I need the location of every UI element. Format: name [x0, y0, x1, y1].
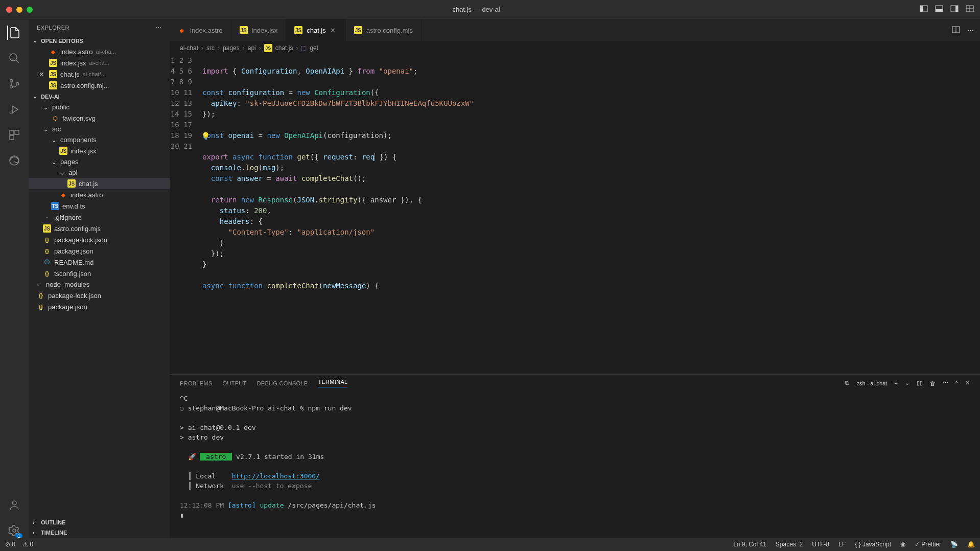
file-pkg2[interactable]: {}package.json: [29, 301, 170, 312]
close-icon[interactable]: ✕: [39, 71, 46, 78]
account-icon[interactable]: [7, 498, 21, 512]
folder-components[interactable]: ⌄components: [29, 134, 170, 145]
folder-pages[interactable]: ⌄pages: [29, 156, 170, 167]
folder-public[interactable]: ⌄public: [29, 102, 170, 112]
file-pkg[interactable]: {}package.json: [29, 245, 170, 257]
extensions-icon[interactable]: [7, 128, 21, 142]
new-terminal-icon[interactable]: +: [894, 380, 897, 386]
tab-debug-console[interactable]: DEBUG CONSOLE: [257, 380, 308, 386]
status-warnings[interactable]: ⚠ 0: [22, 541, 33, 548]
svg-point-13: [16, 83, 19, 85]
status-encoding[interactable]: UTF-8: [812, 541, 829, 548]
svg-rect-3: [936, 9, 943, 12]
lightbulb-icon[interactable]: 💡: [201, 131, 210, 142]
open-editor-item[interactable]: ✕JSchat.jsai-chat/...: [29, 68, 170, 80]
maximize-window[interactable]: [27, 7, 33, 13]
layout-icon[interactable]: [966, 5, 974, 14]
code-editor[interactable]: 1 2 3 4 5 6 7 8 9 10 11 12 13 14 15 16 1…: [170, 55, 980, 374]
file-favicon[interactable]: ⬡favicon.svg: [29, 112, 170, 124]
edge-icon[interactable]: [7, 153, 21, 168]
more-terminal-icon[interactable]: ⋯: [943, 380, 948, 386]
explorer-icon[interactable]: [7, 26, 21, 40]
file-indexjsx[interactable]: JSindex.jsx: [29, 145, 170, 156]
maximize-panel-icon[interactable]: ^: [955, 380, 958, 386]
line-numbers: 1 2 3 4 5 6 7 8 9 10 11 12 13 14 15 16 1…: [170, 55, 202, 374]
window-controls: [6, 7, 33, 13]
tab-index-astro[interactable]: ◆index.astro: [170, 19, 231, 41]
tabs: ◆index.astro JSindex.jsx JSchat.js✕ JSas…: [170, 19, 980, 41]
terminal-shell-icon[interactable]: ⧉: [845, 380, 849, 386]
tab-terminal[interactable]: TERMINAL: [318, 379, 347, 387]
close-tab-icon[interactable]: ✕: [330, 27, 337, 34]
file-gitignore[interactable]: ◦.gitignore: [29, 212, 170, 223]
svg-line-10: [16, 60, 19, 63]
more-actions-icon[interactable]: ⋯: [967, 27, 974, 34]
split-editor-icon[interactable]: [952, 26, 960, 35]
status-bell-icon[interactable]: 🔔: [967, 541, 975, 548]
outline-section[interactable]: ›OUTLINE: [29, 517, 170, 527]
tab-output[interactable]: OUTPUT: [223, 380, 247, 386]
split-terminal-icon[interactable]: ▯▯: [917, 380, 923, 386]
folder-api[interactable]: ⌄api: [29, 167, 170, 178]
file-pkglock[interactable]: {}package-lock.json: [29, 234, 170, 245]
tab-astro-config[interactable]: JSastro.config.mjs: [346, 19, 422, 41]
svg-rect-1: [920, 6, 923, 12]
svg-rect-16: [15, 130, 19, 134]
file-astroconfig[interactable]: JSastro.config.mjs: [29, 223, 170, 234]
open-editor-item[interactable]: ◆index.astroai-cha...: [29, 46, 170, 57]
terminal-dropdown-icon[interactable]: ⌄: [905, 380, 909, 386]
status-prettier[interactable]: ✓ Prettier: [915, 541, 941, 548]
status-cursor-pos[interactable]: Ln 9, Col 41: [733, 541, 766, 548]
status-language[interactable]: { } JavaScript: [855, 541, 891, 548]
status-copilot-icon[interactable]: ◉: [900, 541, 905, 548]
terminal-output[interactable]: ^C ○ stephan@MacBook-Pro ai-chat % npm r…: [170, 392, 980, 538]
open-editor-item[interactable]: JSastro.config.mj...: [29, 80, 170, 91]
folder-src[interactable]: ⌄src: [29, 124, 170, 134]
statusbar: ⊘ 0 ⚠ 0 Ln 9, Col 41 Spaces: 2 UTF-8 LF …: [0, 538, 980, 551]
terminal-shell-label: zsh - ai-chat: [856, 380, 887, 386]
breadcrumb[interactable]: ai-chat › src › pages › api › JSchat.js …: [170, 41, 980, 55]
explorer-title: EXPLORER: [37, 25, 69, 31]
more-icon[interactable]: ⋯: [156, 25, 162, 31]
svg-point-19: [12, 501, 16, 505]
status-spaces[interactable]: Spaces: 2: [776, 541, 803, 548]
debug-icon[interactable]: [7, 102, 21, 117]
tab-problems[interactable]: PROBLEMS: [180, 380, 213, 386]
folder-nodemodules[interactable]: ›node_modules: [29, 279, 170, 290]
status-feedback-icon[interactable]: 📡: [950, 541, 958, 548]
window-title: chat.js — dev-ai: [33, 6, 920, 13]
svg-point-20: [13, 529, 16, 532]
file-chatjs[interactable]: JSchat.js: [29, 178, 170, 189]
tab-index-jsx[interactable]: JSindex.jsx: [231, 19, 287, 41]
minimize-window[interactable]: [16, 7, 22, 13]
activity-bar: [0, 19, 29, 538]
kill-terminal-icon[interactable]: 🗑: [930, 380, 936, 386]
source-control-icon[interactable]: [7, 77, 21, 91]
panel-bottom-icon[interactable]: [935, 5, 943, 14]
settings-icon[interactable]: [7, 523, 21, 538]
svg-point-9: [10, 54, 17, 61]
status-eol[interactable]: LF: [838, 541, 846, 548]
timeline-section[interactable]: ›TIMELINE: [29, 527, 170, 538]
project-section[interactable]: ⌄DEV-AI: [29, 91, 170, 102]
svg-rect-17: [10, 135, 14, 140]
tab-chat-js[interactable]: JSchat.js✕: [286, 19, 346, 41]
file-pkglock2[interactable]: {}package-lock.json: [29, 290, 170, 301]
search-icon[interactable]: [7, 51, 21, 65]
panel-toggle-icon[interactable]: [920, 5, 928, 14]
file-envdts[interactable]: TSenv.d.ts: [29, 200, 170, 212]
open-editor-item[interactable]: JSindex.jsxai-cha...: [29, 57, 170, 68]
file-readme[interactable]: ⓘREADME.md: [29, 257, 170, 268]
bottom-panel: PROBLEMS OUTPUT DEBUG CONSOLE TERMINAL ⧉…: [170, 374, 980, 538]
svg-rect-5: [955, 6, 958, 12]
file-indexastro[interactable]: ◆index.astro: [29, 189, 170, 200]
svg-rect-15: [10, 130, 14, 134]
panel-right-icon[interactable]: [950, 5, 959, 14]
svg-point-11: [10, 80, 13, 82]
open-editors-section[interactable]: ⌄OPEN EDITORS: [29, 35, 170, 46]
close-window[interactable]: [6, 7, 12, 13]
close-panel-icon[interactable]: ✕: [965, 380, 970, 386]
status-errors[interactable]: ⊘ 0: [5, 541, 15, 548]
file-tsconfig[interactable]: {}tsconfig.json: [29, 268, 170, 279]
svg-point-12: [10, 86, 13, 88]
